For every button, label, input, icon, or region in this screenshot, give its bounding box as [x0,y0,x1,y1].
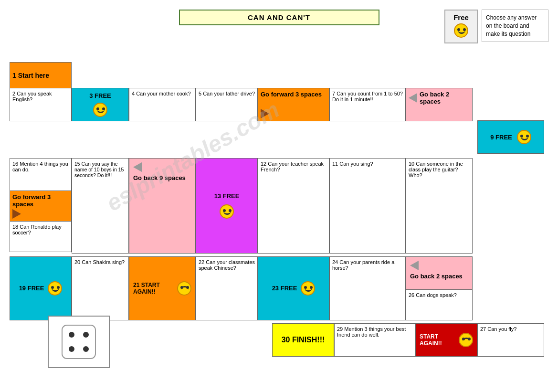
cell-26: 26 Can dogs speak? [406,289,473,320]
cell-17-arrow [12,209,21,219]
cell-27: 27 Can you fly? [477,323,544,357]
cell-6-arrow [261,109,269,118]
cell-13-smiley [220,204,234,219]
page: CAN AND CAN'T Free Choose any answer on … [0,0,558,392]
cell-8-arrow [409,93,417,103]
cell-7-text: 7 Can you count from 1 to 50? Do it in 1… [332,91,403,102]
cell-15-text: 15 Can you say the name of 10 boys in 15… [74,161,126,178]
cell-23-label: 23 FREE [272,285,297,292]
free-card: Free [444,10,478,43]
cell-14-arrow [133,162,142,172]
cell-27-text: 27 Can you fly? [480,326,516,332]
cell-7: 7 Can you count from 1 to 50? Do it in 1… [329,88,406,121]
svg-point-3 [83,332,89,338]
cell-9-label: 9 FREE [490,134,512,141]
cell-18-text: 18 Can Ronaldo play soccer? [12,224,69,235]
cell-16-text: 16 Mention 4 things you can do. [12,161,69,172]
cell-6-text: Go forward 3 spaces [261,91,322,98]
cell-2: 2 Can you speak English? [10,88,72,121]
cell-20: 20 Can Shakira sing? [72,256,129,320]
cell-19-smiley [48,281,62,296]
cell-19-label: 19 FREE [19,285,44,292]
cell-3-smiley [93,103,107,117]
cell-10: 10 Can someone in the class play the gui… [406,158,473,254]
cell-30-text: 30 FINISH!!! [282,336,325,344]
cell-29: 29 Mention 3 things your best friend can… [334,323,415,357]
cell-22: 22 Can your classmates speak Chinese? [196,256,258,320]
cell-30: 30 FINISH!!! [272,323,334,357]
cell-4: 4 Can your mother cook? [129,88,196,121]
cell-9-smiley [517,130,531,144]
title: CAN AND CAN'T [248,13,310,21]
cell-18: 18 Can Ronaldo play soccer? [10,221,72,252]
cell-4-text: 4 Can your mother cook? [132,91,191,96]
dice-box [48,316,110,368]
dice-icon [60,323,98,361]
cell-20-text: 20 Can Shakira sing? [74,259,125,265]
cell-13: 13 FREE [196,158,258,254]
board: 1 Start here 2 Can you speak English? 3 … [10,62,544,357]
row-0: 1 Start here [10,62,544,88]
cell-26-text: 26 Can dogs speak? [409,292,457,298]
cell-21-text: 21 START AGAIN!! [133,282,173,295]
cell-9: 9 FREE [477,120,544,154]
cell-28-text: START AGAIN!! [420,333,455,347]
cell-11: 11 Can you sing? [329,158,406,254]
cell-19: 19 FREE [10,256,72,320]
cell-14: Go back 9 spaces [129,158,196,254]
cell-5-text: 5 Can your father drive? [199,91,255,96]
title-box: CAN AND CAN'T [179,10,379,25]
svg-point-1 [69,332,74,338]
cell-2-text: 2 Can you speak English? [12,91,69,102]
cell-25: Go back 2 spaces [406,256,473,290]
free-label: Free [450,13,472,21]
cell-10-text: 10 Can someone in the class play the gui… [409,161,470,178]
cell-14-text: Go back 9 spaces [133,174,186,181]
cell-25-text: Go back 2 spaces [410,273,463,280]
cell-12: 12 Can your teacher speak French? [258,158,329,254]
cell-3-label: 3 FREE [89,92,111,99]
cell-23: 23 FREE [258,256,329,320]
cell-17: Go forward 3 spaces [10,191,72,222]
cell-8-text: Go back 2 spaces [420,91,470,105]
cell-5: 5 Can your father drive? [196,88,258,121]
row-2: 9 FREE [10,120,544,154]
free-card-area: Free Choose any answer on the board and … [444,10,548,43]
cell-15: 15 Can you say the name of 10 boys in 15… [72,158,129,254]
cell-25-arrow [410,261,419,270]
free-smiley [454,23,468,38]
svg-point-2 [83,346,89,352]
row-1: 2 Can you speak English? 3 FREE 4 Can yo… [10,88,544,121]
cell-13-label: 13 FREE [214,192,240,200]
svg-point-4 [69,346,74,352]
cell-3: 3 FREE [72,88,129,121]
cell-29-text: 29 Mention 3 things your best friend can… [337,326,412,338]
cell-28-sad [459,333,473,347]
cell-23-smiley [301,281,315,296]
cell-11-text: 11 Can you sing? [332,161,373,167]
row-4: 19 FREE 20 Can Shakira sing? 21 START AG… [10,256,544,320]
cell-24-text: 24 Can your parents ride a horse? [332,259,403,271]
free-card-text: Choose any answer on the board and make … [482,10,548,42]
cell-6: Go forward 3 spaces [258,88,329,121]
cell-1-text: 1 Start here [12,72,49,79]
cell-24: 24 Can your parents ride a horse? [329,256,406,320]
cell-17-text: Go forward 3 spaces [12,193,69,208]
cell-28: START AGAIN!! [415,323,477,357]
svg-rect-0 [62,325,95,359]
cell-22-text: 22 Can your classmates speak Chinese? [199,259,255,271]
row-3: 16 Mention 4 things you can do. Go forwa… [10,158,544,254]
cell-1: 1 Start here [10,62,72,88]
cell-8: Go back 2 spaces [406,88,473,121]
cell-16: 16 Mention 4 things you can do. [10,158,72,191]
cell-21-sad [177,281,191,296]
cell-12-text: 12 Can your teacher speak French? [261,161,326,172]
cell-21: 21 START AGAIN!! [129,256,196,320]
